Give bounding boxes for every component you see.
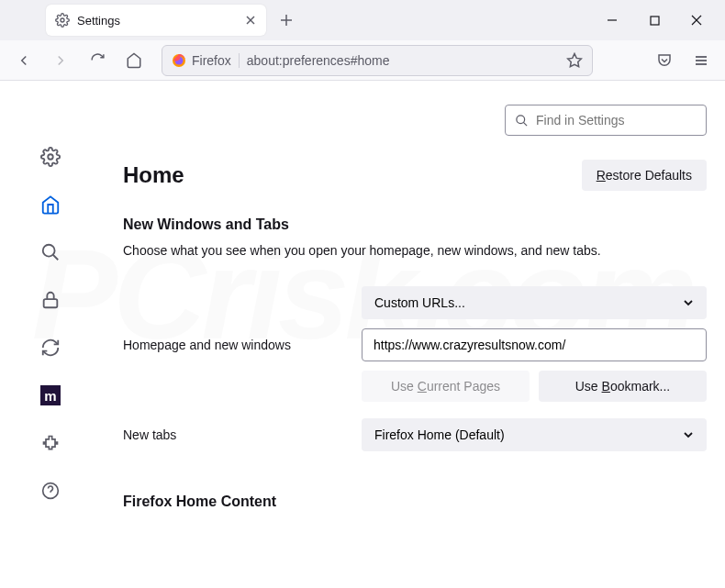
section-title-home-content: Firefox Home Content	[123, 494, 707, 510]
search-icon	[515, 114, 529, 128]
section-desc: Choose what you see when you open your h…	[123, 242, 707, 261]
gear-icon	[55, 13, 70, 28]
sidebar-item-general[interactable]	[40, 147, 61, 167]
tab-title: Settings	[77, 14, 244, 28]
homepage-mode-select[interactable]: Custom URLs...	[362, 286, 707, 319]
tab-settings[interactable]: Settings	[46, 5, 266, 36]
home-button[interactable]	[119, 46, 149, 75]
maximize-button[interactable]	[633, 0, 675, 40]
svg-line-22	[523, 122, 527, 126]
homepage-label: Homepage and new windows	[123, 286, 362, 352]
pocket-button[interactable]	[650, 46, 679, 75]
sidebar-item-more-mozilla[interactable]: m	[40, 385, 61, 405]
settings-main: Home Restore Defaults New Windows and Ta…	[101, 81, 725, 588]
close-icon[interactable]	[244, 14, 257, 27]
url-bar[interactable]: Firefox about:preferences#home	[162, 45, 593, 76]
back-button[interactable]	[9, 46, 39, 75]
bookmark-star-icon[interactable]	[566, 52, 583, 69]
use-bookmark-button[interactable]: Use Bookmark...	[539, 371, 707, 402]
svg-marker-11	[568, 53, 582, 66]
firefox-logo-icon	[172, 53, 186, 68]
new-tab-button[interactable]	[273, 7, 299, 33]
window-controls	[591, 0, 718, 40]
minimize-button[interactable]	[591, 0, 633, 40]
svg-point-16	[43, 245, 55, 257]
svg-point-21	[517, 115, 525, 123]
homepage-url-input[interactable]	[362, 328, 707, 361]
svg-rect-6	[651, 17, 659, 25]
use-current-pages-button[interactable]: Use Current Pages	[362, 371, 530, 402]
titlebar: Settings	[0, 0, 725, 40]
svg-point-0	[61, 18, 64, 22]
svg-point-15	[48, 154, 53, 160]
svg-line-17	[53, 255, 59, 261]
chevron-down-icon	[683, 297, 694, 308]
app-menu-button[interactable]	[686, 46, 716, 75]
settings-sidebar: m	[0, 81, 101, 588]
page-title: Home	[123, 162, 184, 188]
close-button[interactable]	[675, 0, 718, 40]
section-title-windows-tabs: New Windows and Tabs	[123, 216, 707, 233]
identity-label: Firefox	[192, 53, 240, 68]
url-text: about:preferences#home	[247, 53, 559, 68]
find-settings-input[interactable]	[505, 105, 707, 136]
navbar: Firefox about:preferences#home	[0, 40, 725, 81]
forward-button[interactable]	[46, 46, 75, 75]
chevron-down-icon	[683, 429, 694, 440]
sidebar-item-home[interactable]	[40, 194, 61, 215]
newtabs-select[interactable]: Firefox Home (Default)	[362, 418, 707, 451]
sidebar-item-search[interactable]	[40, 242, 61, 262]
restore-defaults-button[interactable]: Restore Defaults	[582, 160, 707, 191]
identity-block: Firefox	[172, 53, 240, 68]
sidebar-item-privacy[interactable]	[40, 290, 61, 310]
svg-rect-18	[44, 299, 58, 307]
sidebar-item-extensions[interactable]	[40, 433, 61, 453]
reload-button[interactable]	[83, 46, 112, 75]
sidebar-item-sync[interactable]	[40, 338, 61, 358]
sidebar-item-help[interactable]	[40, 481, 61, 501]
newtabs-label: New tabs	[123, 427, 362, 442]
